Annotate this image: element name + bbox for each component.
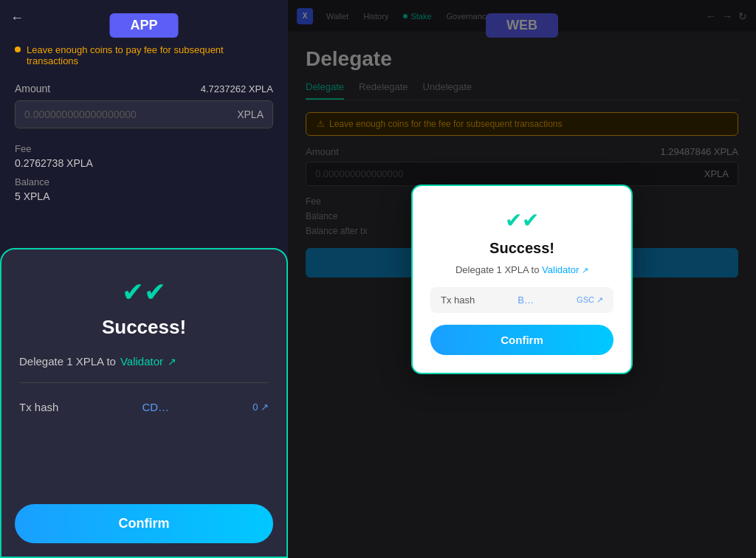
web-success-modal: ✔✔ Success! Delegate 1 XPLA to Validator… [411,185,633,374]
web-panel: WEB X Wallet History Stake Governance ← … [288,0,756,558]
fee-label: Fee [15,143,273,154]
app-panel: ← APP Leave enough coins to pay fee for … [0,0,288,558]
web-external-link-icon: ↗ [582,266,588,275]
web-validator-link[interactable]: Validator [542,264,579,275]
balance-value: 5 XPLA [15,190,273,202]
delegate-prefix: Delegate 1 XPLA to [19,355,116,368]
web-txhash-label: Tx hash [441,294,475,306]
tx-hash-row: Tx hash CD… 0 ↗ [19,401,269,413]
tx-hash-link-icon[interactable]: 0 ↗ [252,402,269,413]
app-background-content: Leave enough coins to pay fee for subseq… [15,44,273,210]
back-button[interactable]: ← [10,10,24,26]
web-txhash-value: B… [518,294,534,306]
success-checkmark-icon: ✔✔ [122,279,166,306]
app-warning: Leave enough coins to pay fee for subseq… [15,44,273,66]
balance-label: Balance [15,176,273,187]
web-delegate-description: Delegate 1 XPLA to Validator ↗ [456,264,588,275]
web-success-checkmark-icon: ✔✔ [505,208,539,232]
warning-text: Leave enough coins to pay fee for subseq… [27,44,273,66]
delegate-info-row: Delegate 1 XPLA to Validator ↗ [19,355,269,383]
amount-row: Amount 4.7237262 XPLA [15,83,273,94]
web-txhash-box: Tx hash B… GSC ↗ [430,287,614,313]
web-delegate-text: Delegate 1 XPLA to [456,264,539,275]
fee-value: 0.2762738 XPLA [15,157,273,169]
warning-dot [15,46,21,52]
validator-link[interactable]: Validator [120,355,163,368]
web-modal-overlay: ✔✔ Success! Delegate 1 XPLA to Validator… [288,0,756,558]
balance-block: Balance 5 XPLA [15,176,273,202]
app-label: APP [109,13,178,38]
web-confirm-button[interactable]: Confirm [430,325,614,355]
tx-hash-value: CD… [142,401,169,413]
tx-hash-label: Tx hash [19,401,58,413]
amount-label: Amount [15,83,50,94]
web-txhash-copy-icon[interactable]: GSC ↗ [577,295,603,305]
external-link-icon: ↗ [168,356,176,368]
amount-unit: XPLA [237,108,264,120]
amount-input[interactable]: 0.000000000000000000 [24,108,237,120]
success-title: Success! [102,316,186,339]
web-success-title: Success! [489,240,554,257]
app-confirm-button[interactable]: Confirm [15,504,273,543]
amount-input-row[interactable]: 0.000000000000000000 XPLA [15,100,273,128]
fee-block: Fee 0.2762738 XPLA [15,143,273,169]
amount-value: 4.7237262 XPLA [201,83,273,94]
